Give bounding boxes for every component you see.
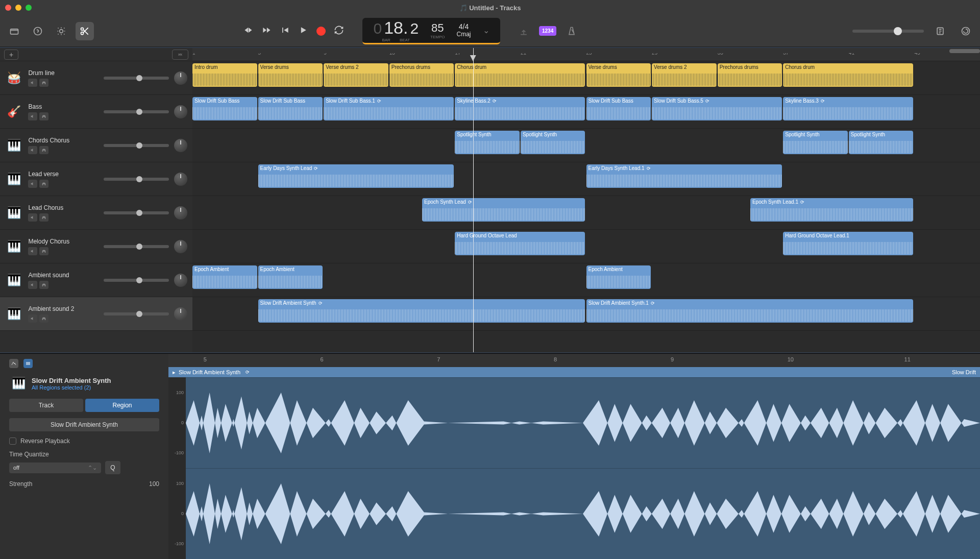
track-volume-slider[interactable] (104, 312, 169, 315)
play-clip-icon[interactable]: ▸ (173, 369, 176, 376)
region-name-field[interactable]: Slow Drift Ambient Synth (9, 418, 159, 431)
track-pan-knob[interactable] (174, 139, 187, 152)
region[interactable]: Spotlight Synth (455, 131, 520, 154)
editor-ruler[interactable]: 567891011 (168, 354, 980, 367)
track-header[interactable]: 🎹 Ambient sound (0, 263, 192, 297)
rewind-icon[interactable] (243, 25, 253, 37)
region[interactable]: Slow Drift Ambient Synth⟳ (258, 299, 585, 323)
track-pan-knob[interactable] (174, 105, 187, 118)
chevron-down-icon[interactable]: ⌄ (483, 26, 489, 35)
region[interactable]: Verse drums (258, 63, 323, 87)
mute-button[interactable] (28, 146, 37, 154)
region[interactable]: Early Days Synth Lead⟳ (258, 164, 454, 188)
loop-browser-icon[interactable] (957, 22, 975, 40)
playhead[interactable] (473, 48, 474, 352)
region[interactable]: Slow Drift Ambient Synth.1⟳ (586, 299, 914, 323)
track-lane[interactable]: Slow Drift Sub Bass Slow Drift Sub Bass … (192, 95, 980, 129)
tab-track[interactable]: Track (9, 399, 83, 412)
track-header[interactable]: 🎹 Melody Chorus (0, 230, 192, 263)
track-header[interactable]: 🎸 Bass (0, 95, 192, 129)
region[interactable]: Epoch Synth Lead⟳ (422, 198, 585, 222)
region[interactable]: Slow Drift Sub Bass (258, 97, 323, 120)
header-tool-button[interactable] (172, 50, 188, 60)
region[interactable]: Verse drums (586, 63, 651, 87)
region[interactable]: Skyline Bass.2⟳ (455, 97, 585, 120)
region[interactable]: Hard Ground Octave Lead.1 (783, 232, 913, 255)
time-quantize-select[interactable]: off⌃⌄ (9, 463, 101, 473)
region[interactable]: Verse drums 2 (652, 63, 717, 87)
mute-button[interactable] (28, 180, 37, 188)
track-volume-slider[interactable] (104, 211, 169, 214)
timeline-scrollbar[interactable] (192, 48, 980, 53)
track-lane[interactable]: Slow Drift Ambient Synth⟳ Slow Drift Amb… (192, 297, 980, 331)
timeline[interactable]: 159131721252933374145 Intro drum Verse d… (192, 48, 980, 352)
region[interactable]: Spotlight Synth (783, 131, 848, 154)
notepad-icon[interactable] (931, 22, 949, 40)
record-icon[interactable] (316, 27, 326, 36)
solo-headphones-button[interactable] (39, 314, 48, 323)
region[interactable]: Epoch Ambient (586, 265, 651, 289)
track-volume-slider[interactable] (104, 279, 169, 282)
tuner-icon[interactable] (514, 22, 533, 40)
waveform-editor[interactable]: ↔ 567891011 ▸ Slow Drift Ambient Synth ⟳… (168, 354, 980, 559)
play-icon[interactable] (298, 25, 308, 37)
track-pan-knob[interactable] (174, 274, 187, 287)
editor-toggle-a[interactable] (9, 359, 18, 368)
track-header[interactable]: 🎹 Chords Chorus (0, 129, 192, 162)
region[interactable]: Spotlight Synth (521, 131, 585, 154)
mute-button[interactable] (28, 281, 37, 289)
region[interactable]: Slow Drift Sub Bass (586, 97, 651, 120)
solo-headphones-button[interactable] (39, 281, 48, 289)
scissors-icon[interactable] (76, 22, 94, 40)
reverse-playback-checkbox[interactable] (9, 438, 16, 445)
solo-headphones-button[interactable] (39, 213, 48, 222)
region[interactable]: Early Days Synth Lead.1⟳ (586, 164, 782, 188)
solo-headphones-button[interactable] (39, 112, 48, 120)
waveform-view[interactable] (186, 377, 980, 559)
region[interactable]: Verse drums 2 (324, 63, 388, 87)
mute-button[interactable] (28, 112, 37, 120)
track-pan-knob[interactable] (174, 206, 187, 220)
solo-headphones-button[interactable] (39, 247, 48, 255)
track-volume-slider[interactable] (104, 144, 169, 147)
settings-icon[interactable] (52, 22, 70, 40)
track-pan-knob[interactable] (174, 307, 187, 321)
region[interactable]: Epoch Ambient (258, 265, 323, 289)
track-volume-slider[interactable] (104, 77, 169, 80)
quantize-button[interactable]: Q (105, 461, 120, 474)
forward-icon[interactable] (261, 25, 272, 37)
track-lane[interactable]: Epoch Synth Lead⟳ Epoch Synth Lead.1⟳ (192, 196, 980, 230)
reverse-playback-row[interactable]: Reverse Playback (9, 438, 159, 445)
tab-region[interactable]: Region (85, 399, 159, 412)
track-pan-knob[interactable] (174, 71, 187, 85)
region[interactable]: Epoch Synth Lead.1⟳ (750, 198, 913, 222)
region[interactable]: Hard Ground Octave Lead (455, 232, 585, 255)
help-icon[interactable] (29, 22, 47, 40)
solo-headphones-button[interactable] (39, 146, 48, 154)
go-to-start-icon[interactable] (280, 25, 290, 37)
track-header[interactable]: 🎹 Ambient sound 2 (0, 297, 192, 331)
region[interactable]: Prechorus drums (389, 63, 454, 87)
track-lane[interactable]: Early Days Synth Lead⟳ Early Days Synth … (192, 162, 980, 196)
mute-button[interactable] (28, 314, 37, 323)
editor-clip-header[interactable]: ▸ Slow Drift Ambient Synth ⟳ Slow Drift (168, 367, 980, 377)
timeline-scrollbar-thumb[interactable] (949, 49, 980, 53)
region[interactable]: Slow Drift Sub Bass.5⟳ (652, 97, 782, 120)
track-lane[interactable]: Intro drum Verse drums Verse drums 2 Pre… (192, 61, 980, 95)
track-header[interactable]: 🎹 Lead verse (0, 162, 192, 196)
lcd-display[interactable]: 018.2 BARBEAT 85 TEMPO 4/4 Cmaj ⌄ (362, 18, 500, 44)
track-volume-slider[interactable] (104, 178, 169, 181)
mute-button[interactable] (28, 247, 37, 255)
region[interactable]: Slow Drift Sub Bass.1⟳ (324, 97, 454, 120)
solo-headphones-button[interactable] (39, 180, 48, 188)
library-icon[interactable] (5, 22, 23, 40)
track-volume-slider[interactable] (104, 110, 169, 113)
solo-headphones-button[interactable] (39, 79, 48, 87)
region[interactable]: Prechorus drums (718, 63, 782, 87)
count-in-badge[interactable]: 1234 (539, 26, 556, 36)
region[interactable]: Intro drum (192, 63, 257, 87)
track-volume-slider[interactable] (104, 245, 169, 248)
metronome-icon[interactable] (562, 22, 581, 40)
track-header[interactable]: 🥁 Drum line (0, 61, 192, 95)
mute-button[interactable] (28, 79, 37, 87)
